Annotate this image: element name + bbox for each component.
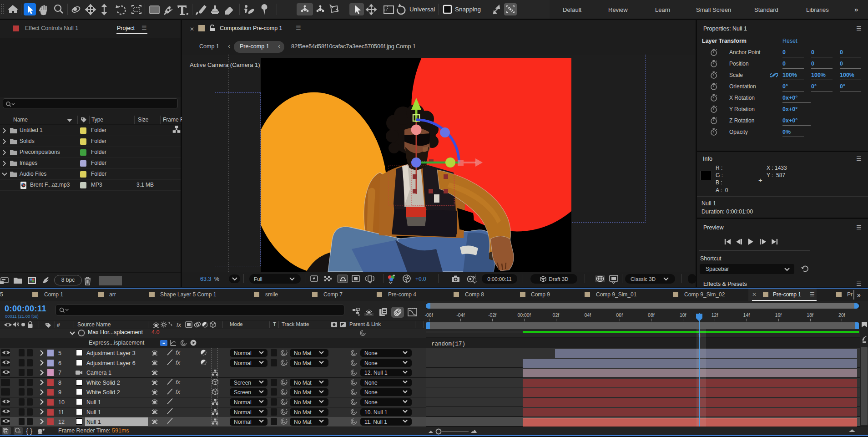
svg-text:fx: fx [176, 349, 181, 356]
svg-text:fx: fx [177, 321, 182, 328]
svg-text:fx: fx [176, 379, 181, 386]
svg-text:#: # [57, 322, 60, 328]
svg-text:{ }: { } [26, 427, 32, 435]
svg-text:fx: fx [176, 359, 181, 366]
svg-text:fx: fx [176, 388, 181, 395]
